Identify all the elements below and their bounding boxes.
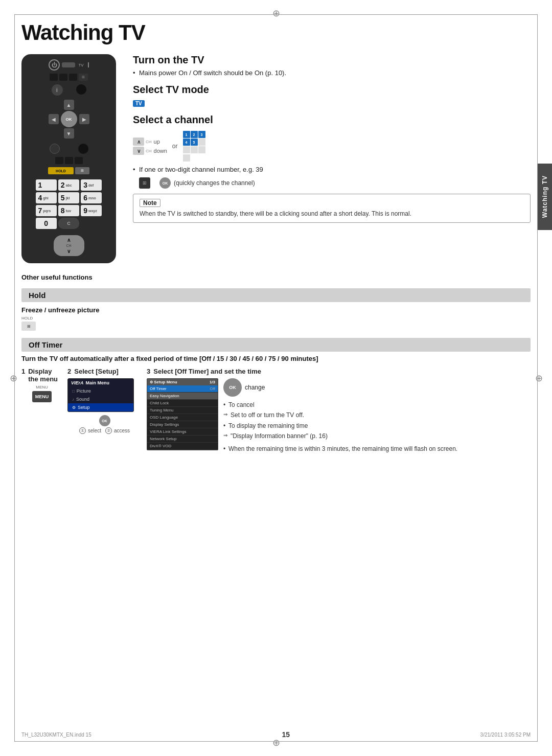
channel-select-ui: ∧ CH up ∨ CH down or — [133, 131, 531, 162]
key-2[interactable]: 2abc — [58, 179, 79, 191]
power-button[interactable]: ⏻ — [49, 59, 60, 71]
setup-item-child-lock[interactable]: Child Lock — [147, 400, 218, 407]
key-1[interactable]: 1 — [36, 179, 57, 191]
setup-item-osd-lang[interactable]: OSD Language — [147, 414, 218, 421]
up-label: up — [154, 139, 160, 145]
ng-empty2 — [183, 146, 190, 153]
footer-left: TH_L32U30KMTX_EN.indd 15 — [21, 732, 91, 738]
dpad-down[interactable]: ▼ — [64, 128, 74, 139]
access-label: access — [114, 428, 130, 433]
quickly-label: (quickly changes the channel) — [174, 179, 255, 187]
black-circle-btn[interactable] — [76, 84, 86, 95]
to-display: To display the remaining time — [223, 421, 457, 431]
reg-mark-top: ⊕ — [272, 9, 280, 17]
remaining-note: When the remaining time is within 3 minu… — [223, 444, 457, 454]
key-4[interactable]: 4ghi — [36, 192, 57, 203]
key-0[interactable]: 0 — [36, 218, 57, 229]
numpad: 1 2abc 3def 4ghi 5jkl 6mno — [36, 179, 102, 229]
ng-2: 2 — [191, 131, 198, 138]
key-7[interactable]: 7pqrs — [36, 205, 57, 216]
setup-item-off-timer[interactable]: Off Timer Off — [147, 385, 218, 393]
ch-label-small: CH — [146, 140, 152, 144]
ng-4: 4 — [183, 139, 190, 146]
ok-select-btn[interactable]: OK — [99, 415, 110, 426]
quick-change-area: ⊞ OK (quickly changes the channel) — [133, 177, 531, 189]
key-3[interactable]: 3def — [81, 179, 102, 191]
ch-up-arrow-btn[interactable]: ∧ — [133, 138, 144, 146]
note-label: Note — [140, 199, 160, 207]
ch-down-btn-row: ∨ CH down — [133, 147, 167, 155]
tv-mode-icon-area: TV — [133, 99, 531, 107]
setup-item-network[interactable]: Network Setup — [147, 436, 218, 443]
key-oval[interactable]: C — [58, 218, 79, 229]
dpad-up[interactable]: ▲ — [64, 100, 74, 110]
ch-down-arrow-btn[interactable]: ∨ — [133, 147, 144, 155]
remote-control: ⏻ TV ⊞ i — [21, 54, 116, 263]
menu-item-setup[interactable]: ⚙ Setup — [68, 403, 133, 411]
dpad-right[interactable]: ▶ — [79, 114, 89, 124]
select-label: select — [88, 428, 101, 433]
remote-column: ⏻ TV ⊞ i — [21, 54, 124, 263]
circle-btn-right[interactable] — [78, 144, 88, 154]
setup-item-display[interactable]: Display Settings — [147, 421, 218, 428]
circle-btn-left[interactable] — [50, 144, 60, 154]
numpad-small: 1 2 3 4 5 — [183, 131, 205, 153]
setup-item-tuning[interactable]: Tuning Menu — [147, 407, 218, 414]
btn-1[interactable] — [50, 74, 58, 81]
hold-bar[interactable]: HOLD — [48, 167, 74, 174]
note-text: When the TV is switched to standby, ther… — [140, 209, 524, 218]
ok-button[interactable]: OK — [61, 111, 77, 127]
page-border-bottom — [14, 741, 538, 742]
setup-item-divx[interactable]: DivX® VOD — [147, 443, 218, 450]
tv-icon-badge: TV — [133, 100, 145, 107]
blk-btn-1[interactable] — [55, 157, 63, 164]
arrow-display: "Display Information banner" (p. 16) — [223, 431, 457, 441]
select-channel-title: Select a channel — [133, 114, 531, 126]
blk-btn-2[interactable] — [65, 157, 73, 164]
footer-page-number: 15 — [282, 730, 290, 739]
btn-4[interactable]: ⊞ — [79, 74, 88, 81]
remote-top-section: ⏻ TV — [26, 59, 112, 71]
key-8[interactable]: 8tuv — [58, 205, 79, 216]
key-6[interactable]: 6mno — [81, 192, 102, 203]
to-cancel: To cancel — [223, 400, 457, 410]
setup-item-easy-nav[interactable]: Easy Navigation — [147, 393, 218, 400]
dpad-left[interactable]: ◀ — [49, 114, 59, 124]
hold-row: HOLD ⊞ — [26, 167, 112, 174]
ng-empty4 — [198, 146, 205, 153]
dpad-middle-row: ◀ OK ▶ — [49, 111, 89, 127]
step2: 2 Select [Setup] VIErA Main Menu □ Pictu… — [67, 368, 142, 434]
hold-icon-btn[interactable]: ⊞ — [75, 167, 89, 174]
power-switch — [62, 62, 75, 67]
menu-picture-label: Picture — [77, 388, 91, 394]
dpad-down-row: ▼ — [64, 128, 74, 139]
blk-btn-3[interactable] — [75, 157, 83, 164]
ch-up[interactable]: ∧ — [67, 237, 71, 243]
btn-3[interactable] — [69, 74, 77, 81]
step3-details: To cancel Set to off or turn the TV off.… — [223, 400, 457, 454]
or-text: or — [172, 143, 178, 150]
hold-button[interactable]: ⊞ — [21, 322, 36, 331]
btn-2[interactable] — [59, 74, 67, 81]
step3-label: Select [Off Timer] and set the time — [153, 368, 261, 375]
setup-item-viera-link[interactable]: VIERA Link Settings — [147, 428, 218, 436]
ch-label: CH — [66, 244, 71, 247]
menu-sound-label: Sound — [76, 397, 89, 402]
page-border-left — [14, 14, 15, 742]
menu-button[interactable]: MENU — [32, 391, 52, 402]
divider — [88, 62, 89, 67]
ng-extra1 — [183, 154, 190, 162]
key-9[interactable]: 9wxyz — [81, 205, 102, 216]
quick-icon-btn: ⊞ — [139, 177, 150, 189]
main-menu-title: Main Menu — [86, 380, 110, 385]
spacer — [64, 84, 75, 96]
instructions-column: Turn on the TV Mains power On / Off swit… — [133, 54, 531, 263]
key-5[interactable]: 5jkl — [58, 192, 79, 203]
info-button[interactable]: i — [52, 84, 63, 96]
watching-tv-tab: Watching TV — [538, 164, 552, 230]
ok-btn-step3[interactable]: OK — [223, 378, 242, 397]
footer-right: 3/21/2011 3:05:52 PM — [480, 732, 531, 738]
ch-down[interactable]: ∨ — [67, 248, 71, 254]
menu-setup-label: Setup — [78, 405, 90, 410]
page-border-right — [537, 14, 538, 742]
